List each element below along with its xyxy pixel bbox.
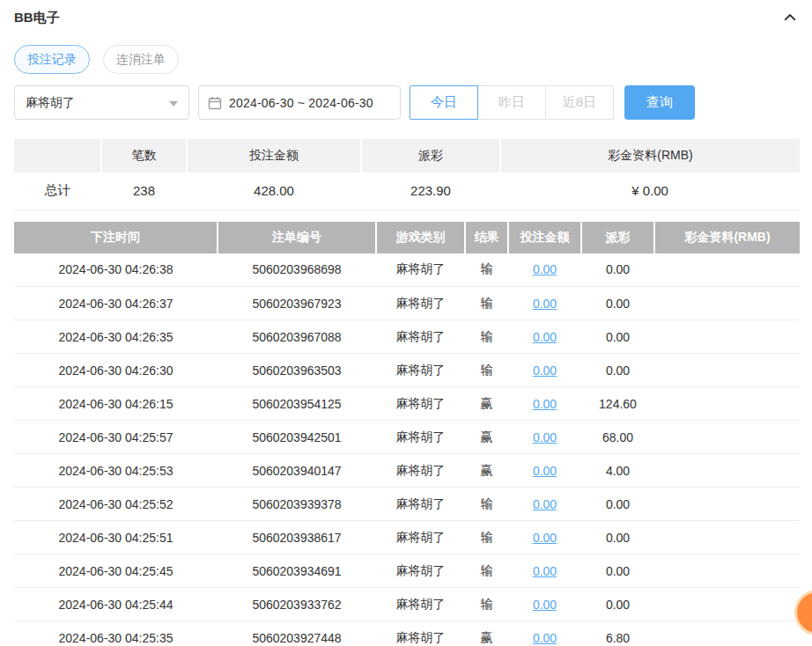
date-range-picker[interactable]: 2024-06-30 ~ 2024-06-30	[198, 85, 401, 120]
payout-cell: 0.00	[581, 554, 654, 588]
search-button[interactable]: 查询	[624, 85, 695, 120]
table-header-cell: 结果	[465, 222, 508, 253]
table-header-cell: 派彩	[581, 222, 654, 253]
summary-total-row: 总计238428.00223.90¥ 0.00	[14, 173, 800, 209]
bet-amount-link[interactable]: 0.00	[533, 397, 557, 411]
bet-amount-link[interactable]: 0.00	[533, 564, 557, 578]
summary-table: 笔数投注金额派彩彩金资料(RMB) 总计238428.00223.90¥ 0.0…	[14, 139, 800, 210]
result-cell: 输	[465, 287, 508, 320]
bet-records-panel: BB电子 投注记录 连消注单 麻将胡了 2024-06-30 ~ 202	[0, 0, 812, 646]
order-cell: 5060203963503	[218, 354, 376, 387]
date-range-value: 2024-06-30 ~ 2024-06-30	[229, 96, 373, 110]
summary-header-cell: 笔数	[101, 139, 187, 173]
table-row: 2024-06-30 04:26:375060203967923麻将胡了输0.0…	[14, 287, 800, 320]
game-cell: 麻将胡了	[376, 554, 465, 588]
game-cell: 麻将胡了	[376, 354, 465, 387]
payout-cell: 0.00	[581, 253, 654, 287]
table-row: 2024-06-30 04:25:525060203939378麻将胡了输0.0…	[14, 488, 800, 521]
result-cell: 输	[465, 488, 508, 521]
result-cell: 输	[465, 253, 508, 287]
table-header-cell: 注单编号	[218, 222, 376, 253]
bonus-cell	[654, 621, 800, 646]
result-cell: 输	[465, 554, 508, 588]
bet-amount-link[interactable]: 0.00	[533, 497, 557, 511]
table-row: 2024-06-30 04:25:535060203940147麻将胡了赢0.0…	[14, 454, 800, 488]
time-cell: 2024-06-30 04:25:52	[14, 488, 218, 521]
bonus-cell	[654, 354, 800, 387]
result-cell: 输	[465, 521, 508, 554]
table-row: 2024-06-30 04:25:445060203933762麻将胡了输0.0…	[14, 588, 800, 621]
bet-cell: 0.00	[508, 387, 581, 421]
table-row: 2024-06-30 04:25:455060203934691麻将胡了输0.0…	[14, 554, 800, 588]
order-cell: 5060203938617	[218, 521, 376, 554]
bonus-cell	[654, 253, 800, 287]
time-cell: 2024-06-30 04:25:53	[14, 454, 218, 488]
tab-label: 投注记录	[27, 52, 77, 68]
time-cell: 2024-06-30 04:25:45	[14, 554, 218, 588]
bet-cell: 0.00	[508, 621, 581, 646]
table-row: 2024-06-30 04:25:515060203938617麻将胡了输0.0…	[14, 521, 800, 554]
tab-cancelled-orders[interactable]: 连消注单	[103, 45, 179, 74]
order-cell: 5060203967923	[218, 287, 376, 320]
game-cell: 麻将胡了	[376, 488, 465, 521]
order-cell: 5060203967088	[218, 320, 376, 354]
page-title: BB电子	[14, 10, 60, 26]
bet-amount-link[interactable]: 0.00	[533, 598, 557, 612]
payout-cell: 0.00	[581, 354, 654, 387]
collapse-panel-button[interactable]	[780, 8, 800, 27]
bet-records-table: 下注时间注单编号游戏类别结果投注金额派彩彩金资料(RMB) 2024-06-30…	[14, 222, 800, 646]
time-cell: 2024-06-30 04:25:57	[14, 421, 218, 454]
bet-amount-link[interactable]: 0.00	[533, 297, 557, 311]
game-cell: 麻将胡了	[376, 253, 465, 287]
bet-amount-link[interactable]: 0.00	[533, 330, 557, 344]
bet-cell: 0.00	[508, 354, 581, 387]
game-cell: 麻将胡了	[376, 521, 465, 554]
table-header-cell: 游戏类别	[376, 222, 465, 253]
payout-cell: 0.00	[581, 588, 654, 621]
bonus-cell	[654, 287, 800, 320]
payout-cell: 4.00	[581, 454, 654, 488]
table-body: 2024-06-30 04:26:385060203968698麻将胡了输0.0…	[14, 253, 800, 646]
payout-cell: 124.60	[581, 387, 654, 421]
chevron-up-icon	[782, 10, 798, 26]
game-cell: 麻将胡了	[376, 387, 465, 421]
time-cell: 2024-06-30 04:26:35	[14, 320, 218, 354]
yesterday-button[interactable]: 昨日	[477, 85, 546, 120]
bet-amount-link[interactable]: 0.00	[533, 430, 557, 444]
bet-amount-link[interactable]: 0.00	[533, 262, 557, 276]
order-cell: 5060203927448	[218, 621, 376, 646]
result-cell: 赢	[465, 454, 508, 488]
payout-cell: 0.00	[581, 287, 654, 320]
tab-bet-records[interactable]: 投注记录	[14, 45, 90, 74]
payout-cell: 0.00	[581, 521, 654, 554]
chevron-down-icon	[169, 101, 178, 106]
order-cell: 5060203934691	[218, 554, 376, 588]
summary-header-row: 笔数投注金额派彩彩金资料(RMB)	[14, 139, 800, 173]
time-cell: 2024-06-30 04:26:30	[14, 354, 218, 387]
bet-amount-link[interactable]: 0.00	[533, 631, 557, 645]
bet-amount-link[interactable]: 0.00	[533, 464, 557, 478]
table-row: 2024-06-30 04:26:385060203968698麻将胡了输0.0…	[14, 253, 800, 287]
payout-cell: 6.80	[581, 621, 654, 646]
order-cell: 5060203939378	[218, 488, 376, 521]
quick-date-buttons: 今日 昨日 近8日	[410, 85, 614, 120]
time-cell: 2024-06-30 04:25:35	[14, 621, 218, 646]
table-header-cell: 彩金资料(RMB)	[654, 222, 800, 253]
bonus-cell	[654, 554, 800, 588]
filter-bar: 麻将胡了 2024-06-30 ~ 2024-06-30 今日 昨日 近8日 查…	[14, 85, 800, 120]
table-header-row: 下注时间注单编号游戏类别结果投注金额派彩彩金资料(RMB)	[14, 222, 800, 253]
table-row: 2024-06-30 04:25:355060203927448麻将胡了赢0.0…	[14, 621, 800, 646]
table-header-cell: 下注时间	[14, 222, 218, 253]
bonus-cell	[654, 521, 800, 554]
today-button[interactable]: 今日	[410, 85, 478, 120]
bet-amount-link[interactable]: 0.00	[533, 363, 557, 378]
bet-amount-link[interactable]: 0.00	[533, 531, 557, 545]
bet-cell: 0.00	[508, 588, 581, 621]
bonus-cell	[654, 488, 800, 521]
result-cell: 输	[465, 320, 508, 354]
summary-total-cell: 238	[101, 173, 187, 209]
order-cell: 5060203940147	[218, 454, 376, 488]
game-cell: 麻将胡了	[376, 287, 465, 320]
last-8-days-button[interactable]: 近8日	[545, 85, 614, 120]
game-select[interactable]: 麻将胡了	[14, 85, 189, 120]
